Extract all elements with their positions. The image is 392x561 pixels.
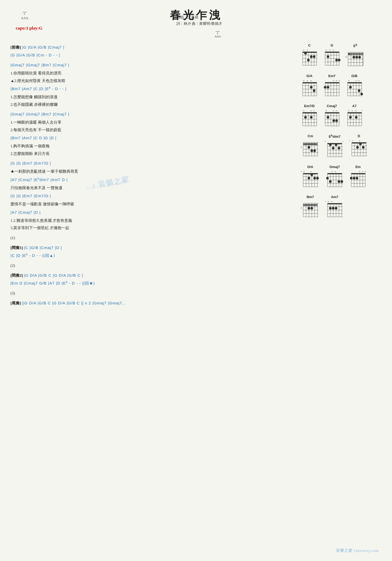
chord-Gmaj7-svg: o o xyxy=(325,170,344,189)
intro-chord2: |G |G/A |G/B |Cm - D - - | xyxy=(10,53,60,57)
chord-DA-svg: × o o xyxy=(301,170,320,189)
svg-point-245 xyxy=(338,180,340,183)
chord-Am7: Am7 o o × xyxy=(325,195,344,219)
svg-rect-68 xyxy=(303,82,317,83)
svg-text:o: o xyxy=(333,49,334,51)
svg-text:o: o xyxy=(303,79,304,82)
svg-text:o: o xyxy=(307,49,308,51)
outro-label: [尾奏] xyxy=(10,301,21,305)
chord-A7-svg: o o o × xyxy=(345,109,363,128)
chord-Am7-name: Am7 xyxy=(331,195,338,199)
svg-text:o: o xyxy=(335,170,336,173)
svg-text:×: × xyxy=(325,140,326,143)
inter2-chord2: |Em D |Cmaj7 G/B |A7 |D |Eb - D - - |(回★… xyxy=(10,281,95,285)
chord-Eb-svg: 6 xyxy=(345,49,365,68)
chorus-chord1: |G |G |Em7 |Em7/D | xyxy=(10,159,293,167)
performer-info: 演唱：江美琪 詞：林夕 曲：黃耀明/蔡德才 xyxy=(176,14,222,27)
inter1-chord1: |C |G/B |Cmaj7 |D | xyxy=(24,245,62,250)
svg-point-104 xyxy=(358,89,360,92)
chord-C: C o o xyxy=(301,43,318,68)
score-area: [前奏] |G |G/A |G/B |Cmaj7 | |G |G/A |G/B … xyxy=(10,43,298,309)
main-content: [前奏] |G |G/A |G/B |Cmaj7 | |G |G/A |G/B … xyxy=(10,43,382,309)
section-chorus: |G |G |Em7 |Em7/D | ★一剎那的意亂情迷 一輩子都難再尋覓 |… xyxy=(10,159,293,232)
svg-point-210 xyxy=(359,143,362,145)
chorus-chord2: |A7 |Cmaj7 |Ebdim7 |Am7 D | xyxy=(10,176,293,184)
svg-text:o: o xyxy=(362,170,363,173)
chorus-chord3: |G |G |Em7 |Em7/D | xyxy=(10,192,293,200)
chord-Bm7-svg: 2 xyxy=(301,200,320,219)
svg-rect-171 xyxy=(303,143,318,145)
chord-Eb-name: Eb xyxy=(353,43,357,48)
svg-point-264 xyxy=(353,177,355,180)
svg-point-53 xyxy=(358,56,361,59)
svg-text:o: o xyxy=(329,49,331,51)
chord-A7-name: A7 xyxy=(352,104,357,108)
outro-num: (3) xyxy=(10,289,293,297)
svg-point-246 xyxy=(341,180,343,183)
svg-point-33 xyxy=(327,55,329,58)
section-verse1b: |Gmaj7 |Gmaj7 |Bm7 |Cmaj7 | 1.一轉眼的溫暖 兩個人… xyxy=(10,110,293,157)
svg-text:o: o xyxy=(333,79,334,82)
chord-Em: Em o o o xyxy=(349,165,367,189)
svg-point-280 xyxy=(310,207,313,210)
svg-rect-50 xyxy=(348,53,363,55)
capo-label: capo:1 play:G xyxy=(16,26,42,31)
svg-point-140 xyxy=(335,119,338,122)
svg-point-139 xyxy=(332,119,335,122)
v1b-chord1: |Gmaj7 |Gmaj7 |Bm7 |Cmaj7 | xyxy=(10,110,293,118)
outro-chord1: ||G D/A |G/B C |G D/A |G/B C || x 2 |Gma… xyxy=(22,301,126,305)
svg-text:o: o xyxy=(310,79,312,82)
svg-point-35 xyxy=(338,59,341,61)
svg-point-87 xyxy=(327,86,329,89)
svg-text:o: o xyxy=(307,79,308,82)
chord-GB-svg: o o o xyxy=(345,79,363,98)
svg-rect-156 xyxy=(348,112,362,113)
svg-text:o: o xyxy=(355,79,357,82)
chord-Em7-svg: o o o xyxy=(323,79,341,98)
svg-text:o: o xyxy=(310,109,312,112)
chord-Gmaj7-name: Gmaj7 xyxy=(330,165,340,169)
chorus-lyric4: 1.2.難道等得愈久愈美麗 才愈有意義 xyxy=(10,217,293,224)
svg-point-191 xyxy=(332,147,335,149)
lyricist-line: 詞：林夕 曲：黃耀明/蔡德才 xyxy=(176,21,222,27)
v1b-lyric1: 1.一轉眼的溫暖 兩個人去分享 xyxy=(10,119,293,126)
svg-text:o: o xyxy=(326,49,327,51)
svg-point-279 xyxy=(308,207,310,210)
chorus-lyric5: 3.莫非等到下一個世紀 才擁抱一起 xyxy=(10,224,293,232)
svg-text:2: 2 xyxy=(301,206,302,209)
aaa-text-top: AAA xyxy=(21,16,28,20)
svg-text:o: o xyxy=(348,109,349,112)
svg-point-174 xyxy=(313,149,316,152)
svg-point-209 xyxy=(362,146,365,149)
chord-D-svg: o × × xyxy=(349,139,369,158)
chord-G-name: G xyxy=(331,43,333,47)
svg-point-296 xyxy=(329,207,332,210)
chorus-lyric1: ★一剎那的意亂情迷 一輩子都難再尋覓 xyxy=(10,168,293,175)
svg-point-226 xyxy=(308,177,310,180)
chord-D-name: D xyxy=(358,134,360,138)
svg-text:6: 6 xyxy=(345,55,347,58)
svg-point-15 xyxy=(310,55,313,58)
svg-point-247 xyxy=(329,180,332,183)
chord-Bm7-name: Bm7 xyxy=(307,195,314,199)
svg-rect-32 xyxy=(325,52,339,53)
v1b-lyric3: 1.夠不夠填滿 一個夜晚 xyxy=(10,142,293,150)
page: 3 AAA capo:1 play:G 春光乍洩 演唱：江美琪 詞：林夕 曲：黃… xyxy=(0,0,392,561)
svg-point-121 xyxy=(304,116,307,119)
svg-text:×: × xyxy=(301,170,302,173)
svg-text:×: × xyxy=(361,109,362,112)
chord-Cm-svg: 3 xyxy=(301,139,320,158)
aaa-line-right: 3 xyxy=(216,31,220,35)
svg-point-122 xyxy=(310,116,313,119)
chord-G-svg: o o o xyxy=(323,48,341,68)
chorus-lyric2: 只怕無限春光來不及 一覽無遺 xyxy=(10,184,293,192)
inter1-chord2: |C |D |Eb - D - - |(回▲) xyxy=(10,253,55,258)
v1-lyric1: 1.你用眼睛欣賞 看得見的漂亮 xyxy=(10,70,293,77)
svg-text:o: o xyxy=(359,170,360,173)
svg-rect-207 xyxy=(352,142,366,143)
inter2-chord1: |G D/A |G/B C |G D/A |G/B C | xyxy=(24,273,83,277)
section-interlude1: [間奏1] |C |G/B |Cmaj7 |D | |C |D |Eb - D … xyxy=(10,244,293,259)
chord-DA-name: D/A xyxy=(307,165,313,169)
v1b-lyric4: 2.怎麼能期盼 來日方長 xyxy=(10,150,293,158)
interlude1-num: (1) xyxy=(10,234,293,242)
